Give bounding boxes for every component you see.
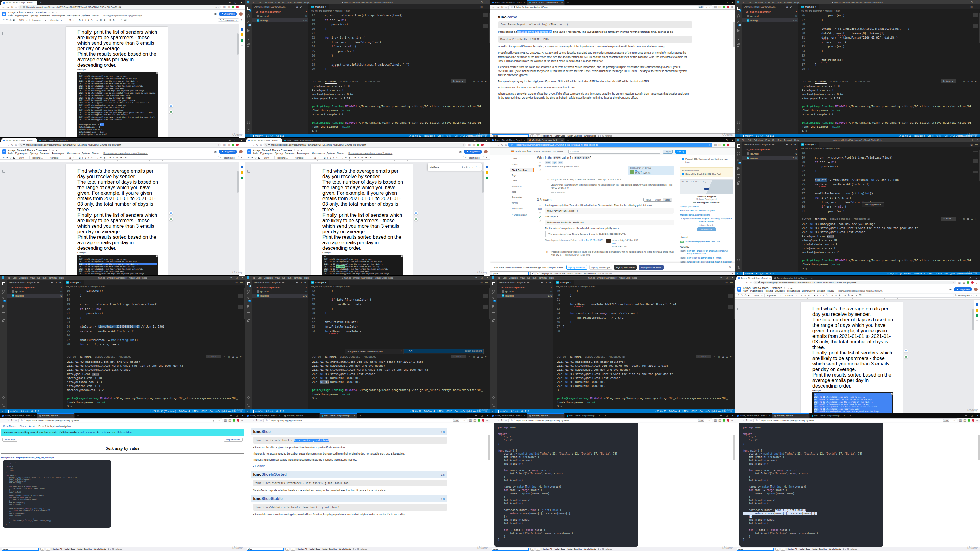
split-editor-icon[interactable]: ◫ bbox=[970, 5, 973, 8]
kill-terminal-icon[interactable]: ⊟ bbox=[232, 356, 234, 358]
go-update-notice[interactable]: △Go Update Available bbox=[950, 135, 972, 137]
block-scroll-icon[interactable] bbox=[156, 255, 158, 257]
comment-icon[interactable]: ⊞ bbox=[100, 19, 102, 21]
code-editor[interactable]: 45 }4647 if date.After(maxDate) {48 maxD… bbox=[309, 288, 490, 354]
shield-icon[interactable]: ⓘ bbox=[756, 419, 757, 422]
new-terminal-icon[interactable]: ＋ bbox=[958, 79, 960, 83]
avatar[interactable] bbox=[630, 170, 634, 174]
remote-explorer-icon[interactable] bbox=[737, 174, 740, 178]
accounts-icon[interactable] bbox=[247, 121, 250, 125]
learn-more-button[interactable]: Learn more bbox=[697, 227, 716, 232]
link-icon[interactable]: ∞ bbox=[832, 294, 833, 297]
tree-file-maingo[interactable]: Gomain.go1, U bbox=[252, 18, 309, 22]
find-input[interactable]: parse bbox=[737, 548, 773, 551]
image-icon[interactable]: ▦ bbox=[838, 294, 840, 297]
extension-green-icon[interactable] bbox=[968, 419, 970, 421]
site-info-icon[interactable]: ⓘ bbox=[265, 144, 267, 146]
search-input[interactable]: ⌕Search… bbox=[568, 150, 660, 154]
minimap[interactable] bbox=[728, 289, 733, 311]
more-actions-icon[interactable]: ⋯ bbox=[975, 5, 978, 8]
browser-tab[interactable]: Arrays, Slices & Maps - Exerci× bbox=[490, 138, 527, 142]
user-link[interactable]: Mingyu bbox=[635, 170, 651, 172]
tree-file-gomod[interactable]: ≡go.modU bbox=[252, 14, 309, 18]
maximize-icon[interactable]: ▢ bbox=[235, 139, 237, 142]
site-nav[interactable]: Code MavenSlidesAboutPress ? for keyboar… bbox=[0, 423, 245, 429]
question-vote-column[interactable]: ▼22⟲ bbox=[537, 160, 542, 196]
back-icon[interactable]: ← bbox=[2, 5, 5, 9]
answer-vote-column[interactable]: ▲181▼✓⟲ bbox=[537, 203, 542, 257]
tab-close-icon[interactable]: × bbox=[562, 1, 563, 3]
menu-icon[interactable]: ≡ bbox=[731, 5, 733, 9]
comment-icon[interactable]: ⊞ bbox=[835, 294, 837, 297]
terminal-output[interactable]: info@amazon.com -> 0.33kate@gmail.com ->… bbox=[799, 84, 980, 134]
calendar-icon[interactable] bbox=[976, 303, 978, 306]
comment-history-icon[interactable]: ▣ bbox=[459, 150, 461, 153]
problems-summary[interactable]: ⊗0 △0 bbox=[21, 410, 29, 413]
suggest-icon[interactable]: ▦ bbox=[169, 217, 173, 221]
git-branch[interactable]: main*⟳ bbox=[253, 410, 263, 413]
inline-link[interactable]: Slides bbox=[20, 425, 26, 428]
reload-icon[interactable]: ↻ bbox=[11, 143, 13, 146]
settings-gear-icon[interactable] bbox=[247, 128, 250, 132]
underline-icon[interactable]: U bbox=[329, 157, 331, 159]
extensions-icon[interactable]: ▥ bbox=[223, 5, 225, 9]
question-actions[interactable]: Share Improve this question Follow bbox=[545, 166, 579, 168]
new-terminal-icon[interactable]: ＋ bbox=[958, 218, 960, 221]
browser-tab[interactable]: sort - The Go Programming L× bbox=[565, 413, 602, 418]
star-icon[interactable]: ☆ bbox=[49, 11, 51, 14]
new-tab-button[interactable]: ＋ bbox=[73, 139, 80, 142]
terminal-picker[interactable]: 3: bash ⌄ bbox=[941, 217, 956, 221]
editor-tab-maingo[interactable]: Gomain.go● bbox=[309, 280, 329, 285]
settings-gear-icon[interactable] bbox=[2, 404, 5, 407]
split-editor-icon[interactable]: ◫ bbox=[970, 143, 973, 146]
search-icon[interactable] bbox=[2, 290, 5, 293]
add-comment-icon[interactable]: ⊞ bbox=[414, 211, 418, 215]
tab-debug-console[interactable]: DEBUG CONSOLE bbox=[340, 356, 360, 358]
cloud-status-icon[interactable]: ☁ bbox=[791, 287, 792, 289]
browser-tab[interactable]: Sort map by value× bbox=[282, 413, 320, 418]
font-size-minus[interactable]: − bbox=[66, 19, 67, 21]
extensions-icon[interactable] bbox=[737, 181, 740, 185]
undo-icon[interactable]: ↶ bbox=[248, 156, 249, 159]
language-mode[interactable]: Go bbox=[945, 272, 947, 275]
share-button[interactable]: Споделяне bbox=[954, 287, 972, 291]
prev-match-icon[interactable]: ∧ bbox=[40, 548, 44, 551]
eol-setting[interactable]: CRLF bbox=[936, 272, 942, 275]
tree-file-maingo[interactable]: Gomain.go3, U bbox=[742, 156, 799, 160]
calendar-icon[interactable] bbox=[486, 166, 488, 168]
split-terminal-icon[interactable]: ◫ bbox=[963, 80, 965, 83]
explorer-actions[interactable]: ⊞ ⟳ ⋯ bbox=[296, 5, 307, 8]
code-editor[interactable]: 49 }50 }5152 totalDays := maxDate.Add(24… bbox=[554, 288, 735, 354]
signup-google-button[interactable]: Sign up with Google bbox=[589, 265, 612, 270]
split-editor-icon[interactable]: ◫ bbox=[480, 281, 483, 284]
maximize-icon[interactable]: ▢ bbox=[481, 276, 483, 279]
close-panel-icon[interactable]: × bbox=[485, 356, 487, 358]
menu-bar[interactable]: FileEditSelectionViewGoRunTerminalHelp bbox=[497, 277, 556, 279]
problems-summary[interactable]: ⊗1 △0 bbox=[266, 135, 274, 137]
menu-icon[interactable]: ≡ bbox=[731, 143, 733, 146]
spacing-icon[interactable]: ⇅ bbox=[113, 19, 115, 21]
link-row[interactable]: 3179How to get the current time in Pytho… bbox=[680, 257, 733, 259]
align-icon[interactable]: ≣ bbox=[354, 156, 356, 159]
spacing-icon[interactable]: ⇅ bbox=[113, 156, 115, 159]
sidebar-icon[interactable]: ◫ bbox=[719, 5, 721, 9]
shield-icon[interactable]: ⓘ bbox=[266, 419, 267, 422]
editing-mode-select[interactable]: ✎Редактиране⌄ bbox=[218, 18, 239, 22]
address-bar[interactable]: ⓘhttps://golang.org/pkg/time/#Parse110%⋯… bbox=[508, 5, 712, 9]
list-icon[interactable]: ≔ bbox=[851, 294, 854, 297]
extension-green-icon[interactable] bbox=[478, 419, 480, 421]
breadcrumbs[interactable]: 08_find-the-spammer › main.go › main bbox=[799, 9, 980, 13]
zoom-select[interactable]: 100% bbox=[19, 157, 24, 159]
maximize-icon[interactable]: ▢ bbox=[726, 139, 728, 141]
terminal-output[interactable]: 2021-01-03 kate@gmail.com How are you do… bbox=[799, 221, 980, 272]
user-link[interactable]: zzzz bbox=[612, 242, 638, 245]
encoding[interactable]: UTF-8 bbox=[192, 410, 199, 412]
language-mode[interactable]: Go bbox=[455, 410, 457, 412]
forward-icon[interactable]: → bbox=[7, 419, 10, 422]
outline-icon[interactable] bbox=[247, 170, 250, 173]
menu-icon[interactable]: ≡ bbox=[486, 419, 488, 422]
encoding[interactable]: UTF-8 bbox=[682, 410, 689, 412]
tab-terminal[interactable]: TERMINAL bbox=[815, 216, 827, 221]
calendar-icon[interactable] bbox=[241, 28, 243, 30]
next-match-icon[interactable]: ∨ bbox=[472, 166, 474, 168]
